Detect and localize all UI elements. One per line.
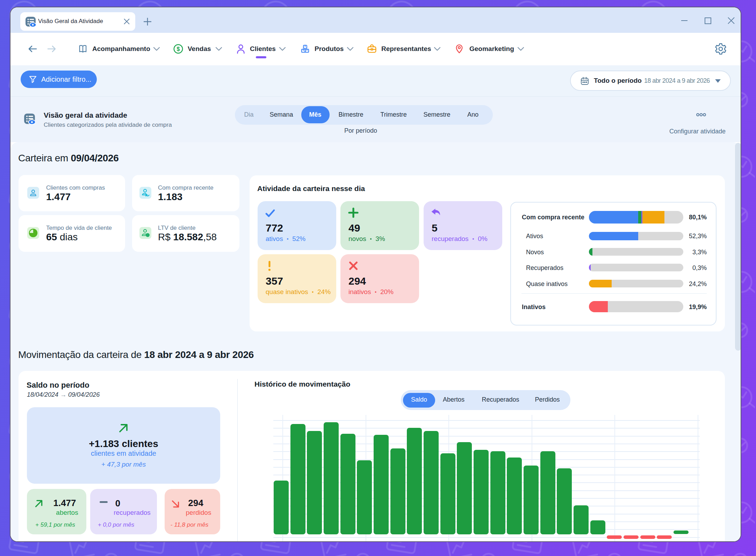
svg-text:$: $ [147,233,149,237]
svg-text:$: $ [177,46,180,52]
